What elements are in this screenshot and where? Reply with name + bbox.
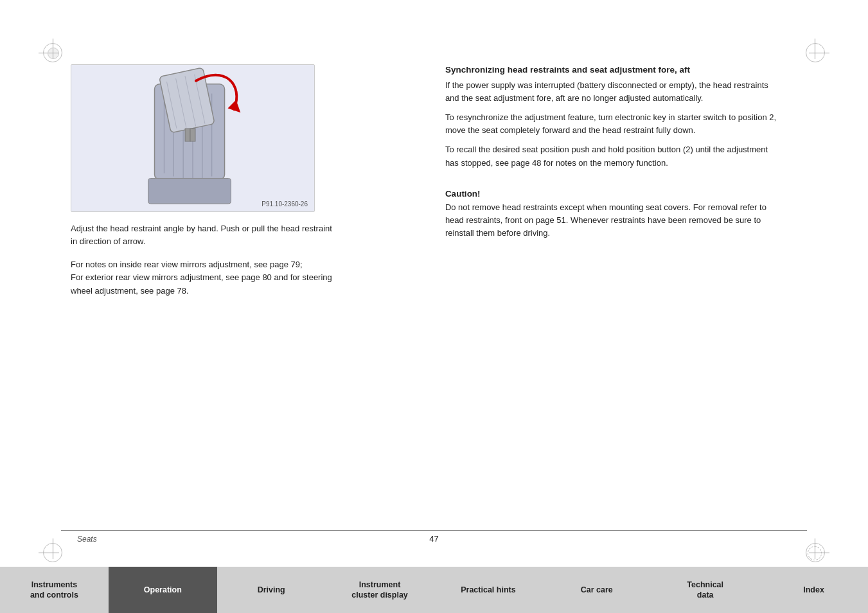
main-content: P91.10-2360-26 Adjust the head restraint… — [71, 64, 797, 523]
svg-rect-16 — [148, 178, 231, 204]
separator-line — [61, 530, 807, 531]
svg-rect-15 — [190, 129, 195, 141]
nav-item-car-care[interactable]: Car care — [542, 567, 651, 613]
image-label: P91.10-2360-26 — [261, 200, 308, 208]
nav-bar: Instruments and controls Operation Drivi… — [0, 567, 868, 613]
sync-title: Synchronizing head restraints and seat a… — [445, 64, 779, 76]
left-column: P91.10-2360-26 Adjust the head restraint… — [71, 64, 420, 523]
nav-item-operation[interactable]: Operation — [109, 567, 217, 613]
svg-rect-14 — [185, 129, 190, 141]
sync-para1: If the power supply was interrupted (bat… — [445, 79, 779, 105]
nav-item-instruments[interactable]: Instruments and controls — [0, 567, 109, 613]
nav-item-index[interactable]: Index — [759, 567, 868, 613]
sync-para2: To resynchronize the adjustment feature,… — [445, 111, 779, 137]
section-label: Seats — [77, 535, 97, 544]
page-number: 47 — [429, 534, 438, 544]
caution-title: Caution! — [445, 189, 779, 199]
caution-text: Do not remove head restraints except whe… — [445, 201, 779, 240]
caution-section: Caution! Do not remove head restraints e… — [445, 189, 779, 240]
left-text-para2: For notes on inside rear view mirrors ad… — [71, 258, 341, 297]
nav-item-driving[interactable]: Driving — [217, 567, 326, 613]
right-column: Synchronizing head restraints and seat a… — [445, 64, 779, 523]
sync-para3: To recall the desired seat position push… — [445, 143, 779, 169]
sync-section: Synchronizing head restraints and seat a… — [445, 64, 779, 180]
nav-item-practical-hints[interactable]: Practical hints — [434, 567, 543, 613]
left-text-para1: Adjust the head restraint angle by hand.… — [71, 222, 341, 248]
nav-item-technical-data[interactable]: Technical data — [651, 567, 759, 613]
nav-item-instrument-cluster[interactable]: Instrument cluster display — [326, 567, 434, 613]
car-illustration: P91.10-2360-26 — [71, 64, 315, 212]
